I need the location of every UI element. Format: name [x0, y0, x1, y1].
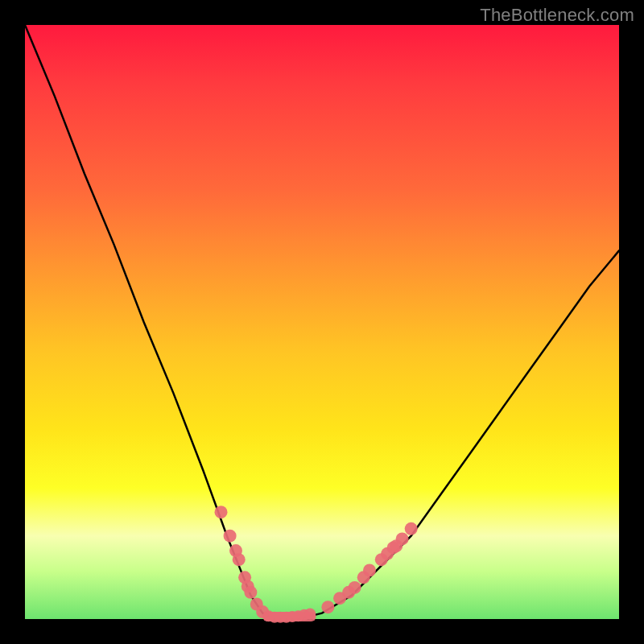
chart-svg — [25, 25, 619, 619]
marker-dot — [405, 522, 418, 535]
marker-bottom-bar — [262, 612, 316, 621]
marker-dot — [233, 553, 246, 566]
bottleneck-curve — [25, 25, 619, 619]
marker-dot — [215, 506, 228, 518]
marker-dot — [390, 539, 402, 552]
highlight-markers — [215, 506, 418, 623]
marker-dot — [244, 586, 257, 599]
marker-dot — [224, 530, 237, 543]
marker-dot — [363, 564, 376, 577]
plot-area — [25, 25, 619, 619]
chart-frame: TheBottleneck.com — [0, 0, 644, 644]
watermark-text: TheBottleneck.com — [480, 5, 634, 26]
marker-dot — [321, 601, 334, 613]
marker-dot — [349, 581, 361, 594]
